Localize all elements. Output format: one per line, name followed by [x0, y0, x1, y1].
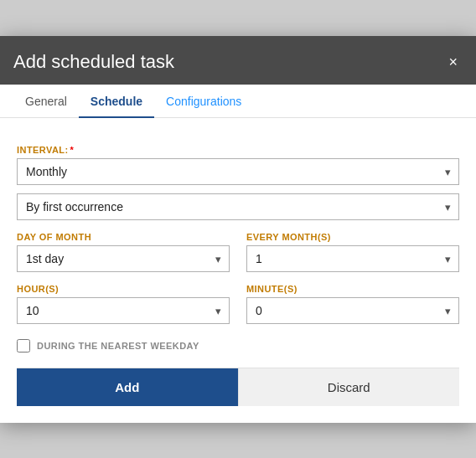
every-months-label: EVERY MONTH(S) [246, 232, 459, 242]
minutes-field: MINUTE(S) 051015 20253035 40455055 ▾ [246, 272, 459, 324]
add-button[interactable]: Add [17, 368, 238, 406]
tab-schedule[interactable]: Schedule [79, 85, 154, 118]
occurrence-select[interactable]: By first occurrence By last occurrence [17, 193, 459, 220]
tab-configurations[interactable]: Configurations [154, 85, 253, 118]
day-of-month-field: DAY OF MONTH 1st day 2nd day 3rd day 4th… [17, 220, 230, 272]
day-of-month-label: DAY OF MONTH [17, 232, 230, 242]
hours-select[interactable]: 0123 4567 891011 12131415 16171819 20212… [17, 297, 230, 324]
dialog-footer: Add Discard [17, 368, 459, 406]
nearest-weekday-label: DURING THE NEAREST WEEKDAY [37, 341, 199, 351]
interval-field: INTERVAL:* Monthly Daily Weekly Hourly ▾ [17, 145, 459, 185]
hours-label: HOUR(S) [17, 284, 230, 294]
day-of-month-select[interactable]: 1st day 2nd day 3rd day 4th day 5th day [17, 245, 230, 272]
discard-button[interactable]: Discard [238, 368, 460, 406]
day-of-month-select-wrapper: 1st day 2nd day 3rd day 4th day 5th day … [17, 245, 230, 272]
hours-select-wrapper: 0123 4567 891011 12131415 16171819 20212… [17, 297, 230, 324]
interval-label: INTERVAL:* [17, 145, 459, 155]
time-row: HOUR(S) 0123 4567 891011 12131415 161718… [17, 272, 459, 324]
dialog-header: Add scheduled task × [0, 36, 476, 85]
dialog-title: Add scheduled task [13, 51, 174, 73]
dialog: Add scheduled task × General Schedule Co… [0, 36, 476, 423]
occurrence-field: By first occurrence By last occurrence ▾ [17, 193, 459, 220]
minutes-label: MINUTE(S) [246, 284, 459, 294]
hours-field: HOUR(S) 0123 4567 891011 12131415 161718… [17, 272, 230, 324]
nearest-weekday-checkbox[interactable] [17, 339, 30, 353]
every-months-field: EVERY MONTH(S) 1 2 3 4 5 6 ▾ [246, 220, 459, 272]
minutes-select[interactable]: 051015 20253035 40455055 [246, 297, 459, 324]
minutes-select-wrapper: 051015 20253035 40455055 ▾ [246, 297, 459, 324]
dialog-body: INTERVAL:* Monthly Daily Weekly Hourly ▾… [0, 118, 476, 423]
interval-select-wrapper: Monthly Daily Weekly Hourly ▾ [17, 158, 459, 185]
occurrence-select-wrapper: By first occurrence By last occurrence ▾ [17, 193, 459, 220]
close-button[interactable]: × [443, 53, 463, 71]
interval-select[interactable]: Monthly Daily Weekly Hourly [17, 158, 459, 185]
day-month-row: DAY OF MONTH 1st day 2nd day 3rd day 4th… [17, 220, 459, 272]
every-months-select-wrapper: 1 2 3 4 5 6 ▾ [246, 245, 459, 272]
every-months-select[interactable]: 1 2 3 4 5 6 [246, 245, 459, 272]
tabs-bar: General Schedule Configurations [0, 85, 476, 118]
nearest-weekday-row: DURING THE NEAREST WEEKDAY [17, 339, 459, 353]
tab-general[interactable]: General [13, 85, 79, 118]
